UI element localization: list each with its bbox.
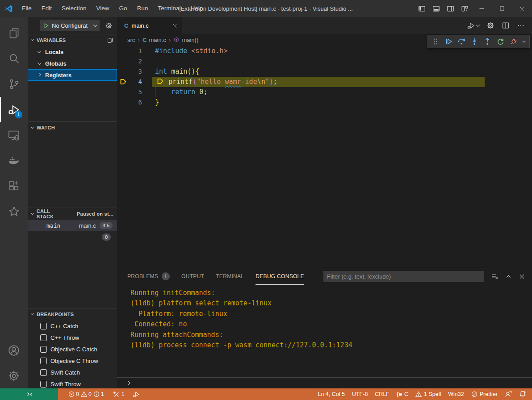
search-icon[interactable] (0, 46, 28, 71)
customize-layout-icon[interactable] (457, 0, 472, 17)
glyph-margin[interactable] (117, 97, 130, 108)
checkbox-unchecked[interactable] (40, 323, 47, 329)
breadcrumb-src[interactable]: src (127, 37, 135, 43)
remote-indicator[interactable] (0, 388, 58, 400)
toggle-panel-icon[interactable] (429, 0, 443, 17)
menu-run[interactable]: Run (132, 0, 153, 17)
menu-selection[interactable]: Selection (57, 0, 92, 17)
breakpoint-row[interactable]: Swift Catch (28, 367, 117, 378)
extensions-icon[interactable] (0, 173, 28, 199)
restart-icon[interactable] (494, 36, 507, 47)
settings-gear-icon[interactable] (0, 363, 28, 388)
breakpoint-row[interactable]: Objective C Catch (28, 343, 117, 355)
checkbox-unchecked[interactable] (40, 369, 47, 376)
breakpoint-row[interactable]: C++ Catch (28, 320, 117, 332)
panel-tab-debug-console[interactable]: DEBUG CONSOLE (256, 268, 304, 285)
panel-tab-output[interactable]: OUTPUT (181, 268, 204, 285)
step-over-icon[interactable] (455, 36, 468, 47)
copy-icon[interactable] (107, 37, 113, 44)
cursor-position[interactable]: Ln 4, Col 5 (315, 391, 347, 397)
glyph-margin[interactable] (117, 56, 130, 67)
watch-header[interactable]: WATCH (28, 122, 117, 133)
continue-icon[interactable] (442, 36, 455, 47)
close-tab-icon[interactable] (172, 23, 178, 29)
glyph-margin[interactable] (117, 46, 130, 56)
code-line[interactable]: 3int main(){ (117, 67, 532, 77)
debug-status[interactable] (130, 388, 142, 400)
run-debug-icon[interactable]: 1 (0, 97, 28, 122)
code-line[interactable]: 4printf("hello wamr-ide\n"); (117, 77, 532, 87)
step-out-icon[interactable] (481, 36, 494, 47)
breakpoint-row[interactable]: C++ Throw (28, 332, 117, 343)
call-stack-header[interactable]: CALL STACK Paused on st... (28, 208, 117, 220)
disconnect-icon[interactable] (507, 36, 519, 47)
glyph-margin[interactable] (117, 87, 130, 97)
close-panel-icon[interactable] (519, 273, 525, 280)
line-number[interactable]: 3 (130, 67, 142, 77)
glyph-margin[interactable] (117, 67, 130, 77)
panel-tab-terminal[interactable]: TERMINAL (216, 268, 244, 285)
encoding-indicator[interactable]: UTF-8 (350, 391, 370, 397)
chevron-down-icon[interactable] (520, 36, 528, 47)
spell-checker-status[interactable]: 1 Spell (413, 391, 443, 397)
code-line[interactable]: 2 (117, 56, 532, 67)
minimize-button[interactable] (472, 0, 492, 17)
variables-item-locals[interactable]: Locals (28, 46, 117, 58)
line-number[interactable]: 2 (130, 56, 142, 67)
menu-go[interactable]: Go (114, 0, 132, 17)
checkbox-unchecked[interactable] (40, 334, 47, 341)
split-editor-icon[interactable] (502, 21, 510, 29)
clear-console-icon[interactable] (491, 273, 498, 280)
drag-grip-icon[interactable] (429, 36, 442, 47)
feedback-status[interactable] (503, 391, 514, 398)
remote-explorer-icon[interactable] (0, 122, 28, 148)
menu-view[interactable]: View (92, 0, 114, 17)
line-number[interactable]: 1 (130, 46, 142, 56)
line-number[interactable]: 6 (130, 97, 142, 108)
editor-settings-gear-icon[interactable] (486, 21, 494, 29)
debug-console-input[interactable] (117, 377, 532, 388)
current-frame-arrow-icon[interactable] (117, 77, 130, 87)
star-icon[interactable] (0, 199, 28, 224)
toolchain-status[interactable]: 1 (111, 388, 127, 400)
source-control-icon[interactable] (0, 71, 28, 97)
docker-icon[interactable] (0, 148, 28, 173)
breadcrumb-symbol[interactable]: main() (173, 37, 198, 43)
console-filter-input[interactable] (323, 271, 484, 282)
line-number[interactable]: 4 (130, 77, 142, 87)
tab-main-c[interactable]: C main.c (117, 17, 182, 34)
variables-header[interactable]: VARIABLES (28, 34, 117, 46)
menu-edit[interactable]: Edit (37, 0, 57, 17)
line-number[interactable]: 5 (130, 87, 142, 97)
formatter-status[interactable]: Prettier (469, 391, 500, 397)
language-mode[interactable]: {өC (394, 391, 411, 397)
code-editor[interactable]: 1#include <stdio.h>23int main(){4printf(… (117, 46, 532, 268)
stack-frame-row[interactable]: main main.c 4:5 (28, 220, 117, 231)
checkbox-unchecked[interactable] (40, 381, 47, 388)
step-into-icon[interactable] (468, 36, 481, 47)
variables-item-registers[interactable]: Registers (28, 69, 117, 81)
checkbox-unchecked[interactable] (40, 358, 47, 364)
platform-indicator[interactable]: Win32 (446, 391, 466, 397)
variables-item-globals[interactable]: Globals (28, 58, 117, 69)
toggle-secondary-sidebar-icon[interactable] (443, 0, 457, 17)
code-line[interactable]: 5 return 0; (117, 87, 532, 97)
explorer-icon[interactable] (0, 21, 28, 46)
breakpoint-row[interactable]: Swift Throw (28, 378, 117, 388)
more-actions-icon[interactable] (517, 21, 525, 29)
breadcrumb-file[interactable]: Cmain.c (142, 37, 166, 43)
code-line[interactable]: 6} (117, 97, 532, 108)
notifications-status[interactable] (517, 391, 528, 398)
breakpoints-header[interactable]: BREAKPOINTS (28, 308, 117, 320)
toggle-sidebar-icon[interactable] (415, 0, 429, 17)
run-or-debug-button[interactable] (467, 21, 479, 30)
debug-settings-gear-icon[interactable] (105, 22, 113, 29)
launch-config-dropdown[interactable]: No Configurat (40, 20, 100, 31)
eol-indicator[interactable]: CRLF (373, 391, 392, 397)
problems-status[interactable]: 0 0 1 (66, 388, 106, 400)
checkbox-unchecked[interactable] (40, 346, 47, 353)
close-button[interactable] (512, 0, 532, 17)
menu-file[interactable]: File (17, 0, 37, 17)
maximize-button[interactable] (492, 0, 512, 17)
panel-tab-problems[interactable]: PROBLEMS1 (127, 268, 170, 285)
